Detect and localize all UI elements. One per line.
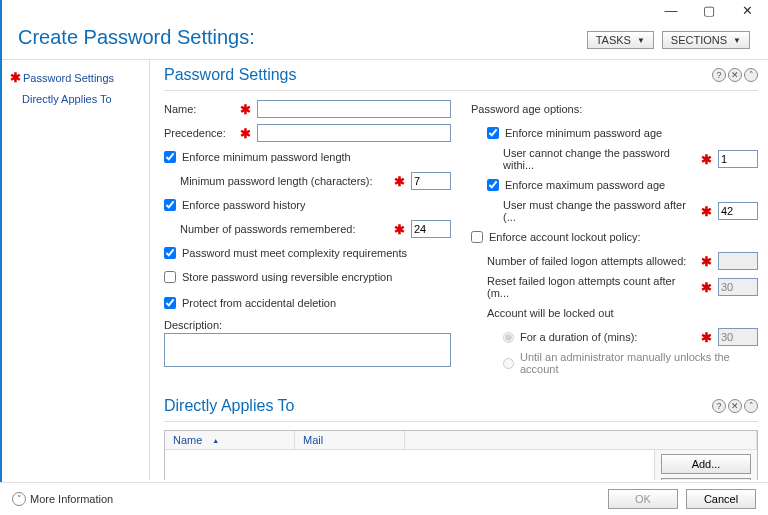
min-length-input[interactable] [411,172,451,190]
titlebar: — ▢ ✕ [0,0,768,20]
max-age-checkbox[interactable] [487,179,499,191]
description-input[interactable] [164,333,451,367]
name-input[interactable] [257,100,451,118]
collapse-icon[interactable]: ˄ [744,399,758,413]
required-icon: ✱ [701,204,712,219]
field-label: User cannot change the password withi... [503,147,695,171]
col-rest [405,431,757,449]
age-heading: Password age options: [471,103,582,115]
required-icon: ✱ [701,330,712,345]
required-icon: ✱ [701,152,712,167]
enforce-min-length-checkbox[interactable] [164,151,176,163]
add-button[interactable]: Add... [661,454,751,474]
close-section-icon[interactable]: ✕ [728,399,742,413]
applies-table: Name▲ Mail Add... Remove [164,430,758,480]
section-header: Directly Applies To ? ✕ ˄ [164,397,758,415]
checkbox-label: Enforce password history [182,199,306,211]
ok-button: OK [608,489,678,509]
checkbox-label: Password must meet complexity requiremen… [182,247,407,259]
col-name[interactable]: Name▲ [165,431,295,449]
tasks-dropdown[interactable]: TASKS▼ [587,31,654,49]
close-section-icon[interactable]: ✕ [728,68,742,82]
required-icon: ✱ [701,280,712,295]
col-mail[interactable]: Mail [295,431,405,449]
min-age-input[interactable] [718,150,758,168]
caret-down-icon: ▼ [637,36,645,45]
required-icon: ✱ [394,174,405,189]
field-label: User must change the password after (... [503,199,695,223]
lockout-reset-input [718,278,758,296]
maximize-button[interactable]: ▢ [690,0,728,20]
chevron-down-icon: ˅ [12,492,26,506]
checkbox-label: Enforce minimum password length [182,151,351,163]
required-icon: ✱ [394,222,405,237]
sidebar-item-label: Directly Applies To [22,93,112,105]
sidebar-item-directly-applies-to[interactable]: Directly Applies To [0,89,149,109]
min-age-checkbox[interactable] [487,127,499,139]
sidebar-item-label: Password Settings [23,72,114,84]
right-column: Password age options: Enforce minimum pa… [471,99,758,379]
required-icon: ✱ [10,70,21,85]
field-label: Minimum password length (characters): [180,175,388,187]
collapse-icon[interactable]: ˄ [744,68,758,82]
precedence-label: Precedence: [164,127,234,139]
checkbox-label: Protect from accidental deletion [182,297,336,309]
sort-asc-icon: ▲ [212,437,219,444]
checkbox-label: Enforce account lockout policy: [489,231,641,243]
help-icon[interactable]: ? [712,399,726,413]
lockout-checkbox[interactable] [471,231,483,243]
required-icon: ✱ [240,126,251,141]
checkbox-label: Enforce minimum password age [505,127,662,139]
help-icon[interactable]: ? [712,68,726,82]
header: Create Password Settings: TASKS▼ SECTION… [0,20,768,60]
lockout-heading: Account will be locked out [487,307,614,319]
field-label: Number of passwords remembered: [180,223,388,235]
sidebar: ✱ Password Settings Directly Applies To [0,60,150,480]
name-label: Name: [164,103,234,115]
radio-label: Until an administrator manually unlocks … [520,351,758,375]
lockout-attempts-input [718,252,758,270]
complexity-checkbox[interactable] [164,247,176,259]
sidebar-item-password-settings[interactable]: ✱ Password Settings [0,66,149,89]
lockout-duration-input [718,328,758,346]
history-input[interactable] [411,220,451,238]
enforce-history-checkbox[interactable] [164,199,176,211]
precedence-input[interactable] [257,124,451,142]
field-label: Reset failed logon attempts count after … [487,275,695,299]
lockout-duration-radio [503,332,514,343]
checkbox-label: Store password using reversible encrypti… [182,271,392,283]
protect-checkbox[interactable] [164,297,176,309]
cancel-button[interactable]: Cancel [686,489,756,509]
left-column: Name: ✱ Precedence: ✱ Enforce minimum pa… [164,99,451,379]
lockout-until-radio [503,358,514,369]
minimize-button[interactable]: — [652,0,690,20]
reversible-checkbox[interactable] [164,271,176,283]
section-header: Password Settings ? ✕ ˄ [164,66,758,84]
required-icon: ✱ [240,102,251,117]
table-rows [165,450,654,480]
field-label: Number of failed logon attempts allowed: [487,255,695,267]
close-button[interactable]: ✕ [728,0,766,20]
radio-label: For a duration of (mins): [520,331,695,343]
more-information[interactable]: ˅ More Information [12,492,113,506]
max-age-input[interactable] [718,202,758,220]
page-title: Create Password Settings: [18,26,255,49]
caret-down-icon: ▼ [733,36,741,45]
sections-dropdown[interactable]: SECTIONS▼ [662,31,750,49]
required-icon: ✱ [701,254,712,269]
description-label: Description: [164,319,451,331]
checkbox-label: Enforce maximum password age [505,179,665,191]
remove-button: Remove [661,478,751,480]
footer: ˅ More Information OK Cancel [0,482,768,515]
